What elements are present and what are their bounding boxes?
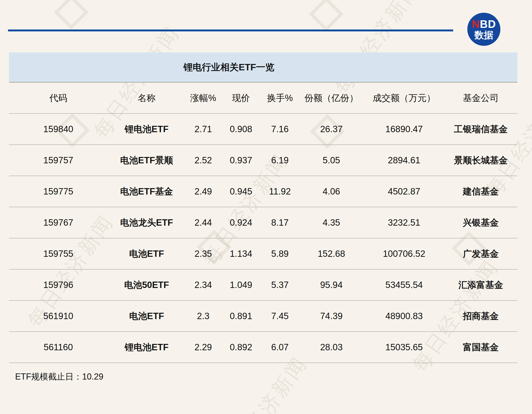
cell-shares: 26.37 [299, 113, 364, 145]
cell-price: 0.924 [221, 207, 261, 238]
etf-table: 代码 名称 涨幅% 现价 换手% 份额（亿份） 成交额（万元） 基金公司 159… [9, 83, 517, 363]
cell-turnover-pct: 5.89 [261, 238, 299, 269]
cell-shares: 74.39 [299, 301, 364, 332]
cell-company: 汇添富基金 [444, 269, 517, 301]
table-body: 159840锂电池ETF2.710.9087.1626.3716890.47工银… [9, 113, 517, 363]
cell-change-pct: 2.49 [186, 176, 221, 207]
header-divider-line [8, 29, 453, 31]
cell-name: 电池50ETF [108, 269, 186, 301]
cell-volume: 48900.83 [364, 301, 444, 332]
nbd-logo: NBD 数据 [467, 13, 500, 46]
cell-volume: 16890.47 [364, 113, 444, 145]
cell-price: 0.891 [221, 301, 261, 332]
cell-turnover-pct: 6.07 [261, 332, 299, 363]
cell-volume: 15035.65 [364, 332, 444, 363]
cell-shares: 28.03 [299, 332, 364, 363]
cell-name: 电池ETF [108, 238, 186, 269]
cell-volume: 4502.87 [364, 176, 444, 207]
cell-price: 0.908 [221, 113, 261, 145]
column-header-price: 现价 [221, 83, 261, 113]
cell-price: 0.945 [221, 176, 261, 207]
cell-turnover-pct: 5.37 [261, 269, 299, 301]
table-row: 159757电池ETF景顺2.520.9376.195.052894.61景顺长… [9, 145, 517, 176]
watermark-knot-icon [54, 0, 88, 30]
cell-name: 电池龙头ETF [108, 207, 186, 238]
cell-turnover-pct: 6.19 [261, 145, 299, 176]
column-header-turnover-pct: 换手% [261, 83, 299, 113]
cell-code: 159840 [9, 113, 108, 145]
cell-volume: 100706.52 [364, 238, 444, 269]
cell-change-pct: 2.29 [186, 332, 221, 363]
cell-company: 富国基金 [444, 332, 517, 363]
cell-volume: 53455.54 [364, 269, 444, 301]
cell-company: 兴银基金 [444, 207, 517, 238]
cell-code: 159767 [9, 207, 108, 238]
cell-turnover-pct: 7.45 [261, 301, 299, 332]
cell-name: 电池ETF景顺 [108, 145, 186, 176]
cell-company: 招商基金 [444, 301, 517, 332]
column-header-company: 基金公司 [444, 83, 517, 113]
cell-code: 561160 [9, 332, 108, 363]
cell-shares: 152.68 [299, 238, 364, 269]
cell-price: 1.134 [221, 238, 261, 269]
cell-name: 电池ETF [108, 301, 186, 332]
cell-company: 工银瑞信基金 [444, 113, 517, 145]
table-row: 159840锂电池ETF2.710.9087.1626.3716890.47工银… [9, 113, 517, 145]
cell-company: 景顺长城基金 [444, 145, 517, 176]
table-title: 锂电行业相关ETF一览 [9, 52, 517, 83]
nbd-logo-subtitle: 数据 [475, 30, 493, 40]
cell-volume: 2894.61 [364, 145, 444, 176]
table-header-row: 代码 名称 涨幅% 现价 换手% 份额（亿份） 成交额（万元） 基金公司 [9, 83, 517, 113]
cell-company: 广发基金 [444, 238, 517, 269]
column-header-change-pct: 涨幅% [186, 83, 221, 113]
table-row: 159796电池50ETF2.341.0495.3795.9453455.54汇… [9, 269, 517, 301]
table-row: 159767电池龙头ETF2.440.9248.174.353232.51兴银基… [9, 207, 517, 238]
cell-change-pct: 2.44 [186, 207, 221, 238]
table-row: 561160锂电池ETF2.290.8926.0728.0315035.65富国… [9, 332, 517, 363]
cell-change-pct: 2.34 [186, 269, 221, 301]
cell-price: 0.892 [221, 332, 261, 363]
cell-company: 建信基金 [444, 176, 517, 207]
etf-table-section: 锂电行业相关ETF一览 代码 名称 涨幅% 现价 换手% 份额（亿份） 成交额（… [9, 52, 517, 363]
cell-change-pct: 2.52 [186, 145, 221, 176]
cell-shares: 5.05 [299, 145, 364, 176]
cell-shares: 4.06 [299, 176, 364, 207]
cell-code: 159775 [9, 176, 108, 207]
column-header-shares: 份额（亿份） [299, 83, 364, 113]
cell-name: 锂电池ETF [108, 332, 186, 363]
cell-volume: 3232.51 [364, 207, 444, 238]
footer-note: ETF规模截止日：10.29 [15, 371, 103, 383]
column-header-name: 名称 [108, 83, 186, 113]
table-row: 561910电池ETF2.30.8917.4574.3948900.83招商基金 [9, 301, 517, 332]
cell-turnover-pct: 11.92 [261, 176, 299, 207]
cell-shares: 95.94 [299, 269, 364, 301]
nbd-logo-text: NBD [472, 19, 496, 30]
table-row: 159775电池ETF基金2.490.94511.924.064502.87建信… [9, 176, 517, 207]
cell-turnover-pct: 7.16 [261, 113, 299, 145]
cell-code: 159757 [9, 145, 108, 176]
cell-shares: 4.35 [299, 207, 364, 238]
column-header-volume: 成交额（万元） [364, 83, 444, 113]
cell-turnover-pct: 8.17 [261, 207, 299, 238]
cell-code: 561910 [9, 301, 108, 332]
cell-change-pct: 2.35 [186, 238, 221, 269]
cell-code: 159755 [9, 238, 108, 269]
cell-code: 159796 [9, 269, 108, 301]
cell-price: 0.937 [221, 145, 261, 176]
cell-name: 电池ETF基金 [108, 176, 186, 207]
cell-price: 1.049 [221, 269, 261, 301]
cell-name: 锂电池ETF [108, 113, 186, 145]
column-header-code: 代码 [9, 83, 108, 113]
watermark-knot-icon [309, 0, 343, 32]
cell-change-pct: 2.3 [186, 301, 221, 332]
page: 每日经济新闻 每日经济新闻 每日经济新闻 每日经济新闻 每日经济新闻 每日经济新… [0, 0, 532, 414]
table-row: 159755电池ETF2.351.1345.89152.68100706.52广… [9, 238, 517, 269]
cell-change-pct: 2.71 [186, 113, 221, 145]
